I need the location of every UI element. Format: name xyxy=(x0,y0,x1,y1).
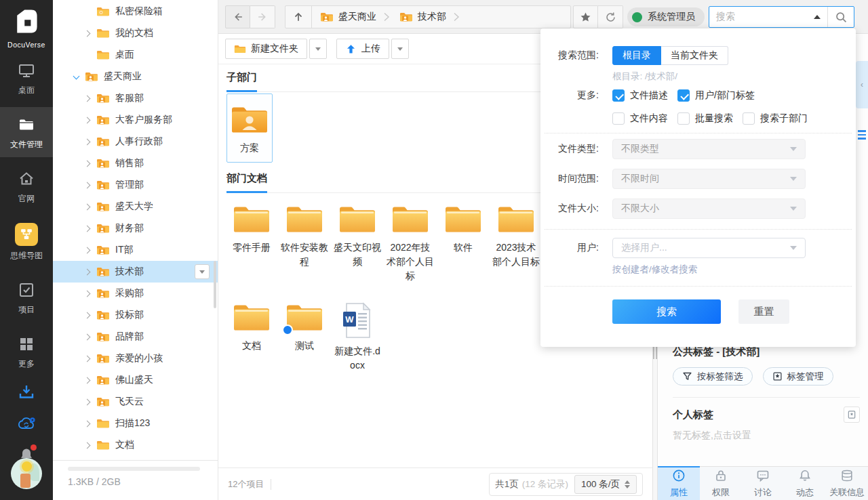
upload-button[interactable]: 上传 xyxy=(336,39,389,59)
rail-item-mindmap[interactable]: 思维导图 xyxy=(0,215,53,268)
cloud-sync-button[interactable] xyxy=(0,408,53,439)
tree-item-menu-button[interactable] xyxy=(195,264,210,279)
chevron-right-icon[interactable] xyxy=(83,354,92,363)
rail-item-file-manager[interactable]: 文件管理 xyxy=(0,107,53,157)
tree-item[interactable]: 扫描123 xyxy=(53,413,218,434)
checkbox-checked-icon[interactable] xyxy=(612,89,625,102)
chevron-right-icon[interactable] xyxy=(83,93,92,103)
current-user-badge[interactable]: 系统管理员 xyxy=(627,7,705,26)
up-level-button[interactable] xyxy=(285,6,312,28)
tree-item[interactable]: 桌面 xyxy=(53,44,218,66)
chevron-right-icon[interactable] xyxy=(83,28,92,38)
chevron-right-icon[interactable] xyxy=(83,289,92,298)
scope-option-root[interactable]: 根目录 xyxy=(612,46,661,65)
folder-tile[interactable]: 软件 xyxy=(437,194,490,287)
chevron-right-icon[interactable] xyxy=(83,180,92,190)
checkbox-unchecked-icon[interactable] xyxy=(743,112,755,125)
tree-item[interactable]: 飞天云 xyxy=(53,391,218,413)
new-folder-button[interactable]: 新建文件夹 xyxy=(225,39,307,59)
folder-tile[interactable]: 盛天文印视频 xyxy=(331,194,384,287)
page-size-select[interactable]: 100 条/页 xyxy=(574,475,637,494)
tree-item[interactable]: 客服部 xyxy=(53,87,218,109)
tree-item[interactable]: 我的文档 xyxy=(53,22,218,44)
tree-item[interactable]: 盛天商业 xyxy=(53,66,218,87)
search-option-checkbox[interactable]: 批量搜索 xyxy=(677,112,733,125)
search-button[interactable]: 搜索 xyxy=(612,299,721,324)
tree-item[interactable]: IT部 xyxy=(53,239,218,261)
forward-button[interactable] xyxy=(250,5,275,28)
chevron-right-icon[interactable] xyxy=(83,245,92,255)
refresh-button[interactable] xyxy=(598,5,623,28)
chevron-right-icon[interactable] xyxy=(83,310,92,320)
tab-discussion[interactable]: 讨论 xyxy=(742,467,784,500)
tree-item[interactable]: 文档 xyxy=(53,434,218,456)
chevron-right-icon[interactable] xyxy=(83,332,92,341)
tree-item[interactable]: 采购部 xyxy=(53,283,218,304)
breadcrumb-item[interactable]: 技术部 xyxy=(391,11,448,23)
file-type-select[interactable]: 不限类型 xyxy=(612,139,806,159)
tree-item-selected[interactable]: 技术部 xyxy=(53,261,218,283)
new-folder-menu-button[interactable] xyxy=(309,39,327,59)
chevron-down-icon[interactable] xyxy=(71,72,81,81)
folder-tile[interactable]: 文档 xyxy=(225,293,278,377)
checkbox-checked-icon[interactable] xyxy=(677,89,690,102)
reset-button[interactable]: 重置 xyxy=(738,299,789,324)
favorite-button[interactable] xyxy=(573,5,598,28)
chevron-right-icon[interactable] xyxy=(83,202,92,211)
scope-option-current[interactable]: 当前文件夹 xyxy=(661,46,728,65)
rail-item-projects[interactable]: 项目 xyxy=(0,272,53,322)
tab-activity[interactable]: 动态 xyxy=(784,467,826,500)
rail-item-website[interactable]: 官网 xyxy=(0,161,53,211)
chevron-right-icon[interactable] xyxy=(83,115,92,125)
chevron-right-icon[interactable] xyxy=(83,267,92,276)
search-submit-button[interactable] xyxy=(828,7,854,27)
folder-tile[interactable]: 软件安装教程 xyxy=(278,194,331,287)
tab-properties[interactable]: 属性 xyxy=(658,467,700,500)
tree-item[interactable]: 品牌部 xyxy=(53,326,218,348)
chevron-right-icon[interactable] xyxy=(83,137,92,146)
collapse-panel-icon[interactable] xyxy=(814,15,821,19)
tree-item[interactable]: 亲爱的小孩 xyxy=(53,348,218,369)
back-button[interactable] xyxy=(225,5,250,28)
file-tile[interactable]: W新建文件.docx xyxy=(331,293,384,377)
user-select[interactable]: 选择用户... xyxy=(612,238,806,258)
filter-by-tag-button[interactable]: 按标签筛选 xyxy=(673,367,753,386)
chevron-right-icon[interactable] xyxy=(83,159,92,168)
tree-item[interactable]: 大客户服务部 xyxy=(53,109,218,131)
chevron-right-icon[interactable] xyxy=(83,375,92,385)
chevron-right-icon[interactable] xyxy=(83,224,92,233)
panel-collapse-button[interactable]: ‹ xyxy=(856,61,868,108)
checkbox-unchecked-icon[interactable] xyxy=(677,112,690,125)
tree-item[interactable]: 盛天大学 xyxy=(53,196,218,217)
breadcrumb-item[interactable]: 盛天商业 xyxy=(312,11,378,23)
search-input[interactable]: 搜索 xyxy=(709,11,814,23)
folder-tile[interactable]: 零件手册 xyxy=(225,194,278,287)
file-size-select[interactable]: 不限大小 xyxy=(612,199,806,219)
chevron-right-icon[interactable] xyxy=(83,397,92,407)
tree-item[interactable]: 财务部 xyxy=(53,217,218,239)
tab-related[interactable]: 关联信息 xyxy=(826,467,868,500)
chevron-right-icon[interactable] xyxy=(83,419,92,428)
tree-item[interactable]: 私密保险箱 xyxy=(53,1,218,22)
rail-item-desktop[interactable]: 桌面 xyxy=(0,53,53,103)
tree-item[interactable]: 管理部 xyxy=(53,174,218,196)
tree-item[interactable]: 人事行政部 xyxy=(53,131,218,152)
folder-tile[interactable]: 测试 xyxy=(278,293,331,377)
checkbox-unchecked-icon[interactable] xyxy=(612,112,625,125)
tab-permissions[interactable]: 权限 xyxy=(700,467,742,500)
user-avatar[interactable] xyxy=(11,458,42,489)
folder-tile[interactable]: 2023技术部个人目标 xyxy=(490,194,542,287)
upload-menu-button[interactable] xyxy=(391,39,409,59)
search-option-checkbox[interactable]: 文件描述 xyxy=(612,89,668,102)
folder-tile[interactable]: 方案 xyxy=(226,93,273,163)
search-option-checkbox[interactable]: 文件内容 xyxy=(612,112,668,125)
tree-item[interactable]: 投标部 xyxy=(53,304,218,326)
folder-tile[interactable]: 2022年技术部个人目标 xyxy=(384,194,437,287)
tree-item[interactable]: 销售部 xyxy=(53,152,218,174)
search-box[interactable]: 搜索 xyxy=(709,6,854,28)
tag-manage-button[interactable]: 标签管理 xyxy=(763,367,833,386)
search-option-checkbox[interactable]: 用户/部门标签 xyxy=(677,89,755,102)
chevron-right-icon[interactable] xyxy=(83,440,92,450)
rail-item-more[interactable]: 更多 xyxy=(0,327,53,377)
edit-personal-tags-button[interactable] xyxy=(844,407,860,423)
